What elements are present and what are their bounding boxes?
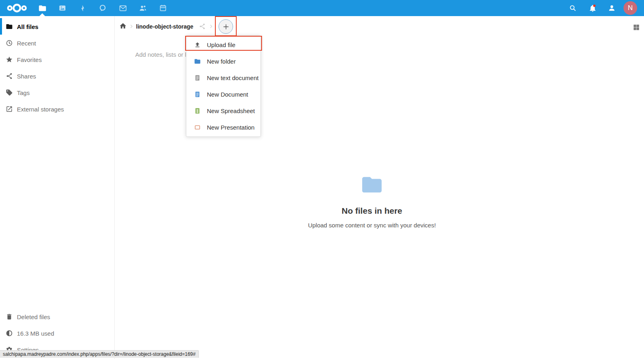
nextcloud-logo[interactable] [6,3,28,13]
app-calendar[interactable] [153,0,173,16]
folder-icon [6,23,13,30]
avatar-initial: N [628,4,633,12]
empty-folder-icon [360,173,384,196]
app-talk[interactable] [93,0,113,16]
contacts-icon [139,4,147,12]
menu-item-new-presentation[interactable]: New Presentation [186,119,260,136]
breadcrumb-current-folder[interactable]: linode-object-storage [136,23,193,30]
spreadsheet-icon [194,107,201,114]
menu-item-new-text-document[interactable]: New text document [186,70,260,86]
sidebar-item-all-files[interactable]: All files [0,18,114,35]
calendar-icon [159,4,167,12]
menu-item-label: New Presentation [207,124,254,131]
star-icon [6,56,13,63]
external-link-icon [6,105,13,113]
text-document-icon [194,74,201,81]
app-nav [32,0,173,16]
sidebar-item-label: Tags [17,89,30,96]
grid-view-toggle-button[interactable] [633,24,640,31]
app-files[interactable] [32,0,52,16]
app-activity[interactable] [72,0,93,16]
user-avatar[interactable]: N [623,1,637,15]
mail-icon [119,4,127,12]
presentation-icon [194,124,201,131]
app-photos[interactable] [52,0,72,16]
sidebar-item-quota[interactable]: 16.3 MB used [0,325,114,341]
activity-icon [79,4,87,12]
menu-item-label: New text document [207,74,258,81]
sidebar-item-label: Deleted files [17,313,50,320]
grid-icon [633,24,640,31]
menu-item-new-spreadsheet[interactable]: New Spreadsheet [186,103,260,119]
sidebar-item-label: External storages [17,105,64,112]
notification-dot [593,4,595,7]
sidebar-item-deleted-files[interactable]: Deleted files [0,308,114,325]
document-icon [194,91,201,98]
top-bar: N [0,0,644,16]
nextcloud-files-page: N All files Recent Favorites Share [0,0,644,359]
workspace-notes-placeholder[interactable]: Add notes, lists or lin [135,51,191,58]
sidebar-item-recent[interactable]: Recent [0,35,114,51]
contacts-menu-button[interactable] [604,0,619,16]
sidebar-item-label: 16.3 MB used [17,330,54,336]
sidebar-item-favorites[interactable]: Favorites [0,51,114,68]
contacts-menu-icon [608,4,616,12]
bell-icon [588,4,597,12]
active-app-indicator [39,13,45,16]
menu-item-new-document[interactable]: New Document [186,86,260,103]
nextcloud-logo-icon [6,3,28,13]
breadcrumb-home-button[interactable] [119,22,127,30]
chevron-right-icon [128,23,134,29]
app-contacts[interactable] [133,0,153,16]
menu-item-label: New Spreadsheet [207,107,255,114]
sidebar-item-label: Recent [17,39,36,46]
talk-icon [99,4,107,12]
sidebar-item-shares[interactable]: Shares [0,68,114,84]
new-folder-icon [194,58,201,65]
home-icon [119,22,127,30]
sidebar-item-external-storages[interactable]: External storages [0,101,114,117]
photos-icon [58,4,66,12]
chevron-right-icon [208,23,214,29]
sidebar: All files Recent Favorites Shares Tags [0,16,115,359]
empty-folder-state: No files in here Upload some content or … [115,173,629,229]
menu-item-label: New Document [207,91,248,98]
files-icon [38,4,47,12]
sidebar-item-tags[interactable]: Tags [0,84,114,101]
menu-item-label: New folder [207,58,236,65]
menu-item-new-folder[interactable]: New folder [186,53,260,70]
empty-state-title: No files in here [115,206,629,216]
clock-icon [6,39,13,47]
sidebar-item-label: Shares [17,72,36,79]
trash-icon [6,313,13,320]
share-variant-icon [199,23,206,30]
status-bar-link-preview: salchipapa.madreypadre.com/index.php/app… [0,350,199,358]
notifications-button[interactable] [585,0,600,16]
tag-icon [6,89,13,96]
annotation-box-plus-button [215,16,237,36]
empty-state-subtitle: Upload some content or sync with your de… [115,222,629,229]
annotation-box-upload-file [185,36,262,51]
share-icon [6,72,13,80]
app-mail[interactable] [113,0,133,16]
search-button[interactable] [565,0,580,16]
sidebar-item-label: Favorites [17,56,42,63]
share-folder-button[interactable] [199,23,206,30]
quota-icon [6,330,13,337]
sidebar-item-label: All files [17,23,38,30]
search-icon [569,4,577,12]
